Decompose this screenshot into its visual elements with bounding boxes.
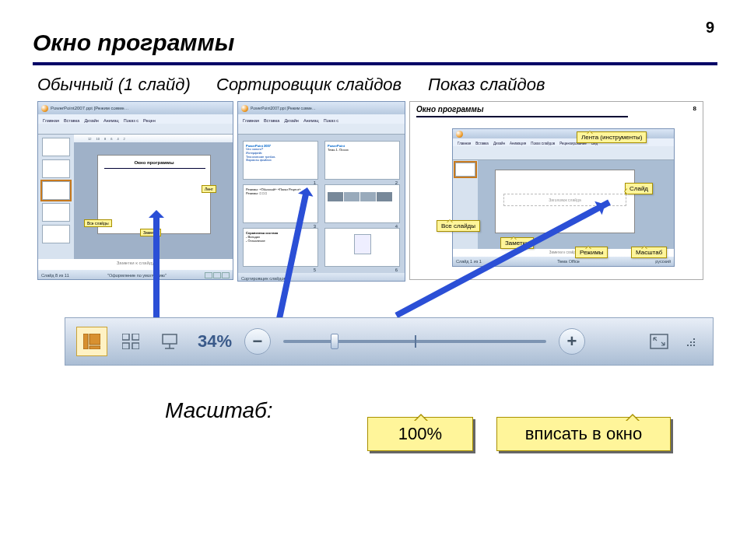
tab: Дизайн	[492, 141, 507, 146]
callout-allslides: Все слайды	[84, 219, 112, 227]
svg-rect-6	[132, 343, 139, 349]
inner-title: Окно программы	[416, 105, 483, 114]
tab: Дизайн	[282, 117, 300, 124]
line: Тема 1. Основ	[328, 148, 397, 152]
tick: 6	[110, 137, 112, 141]
tick: 10	[96, 137, 99, 141]
tick: 2	[124, 137, 125, 141]
sorter-slide: Справочная система - Вкладки - Оглавлени…	[243, 228, 318, 267]
tab: Главная	[41, 117, 61, 124]
tab: Главная	[456, 141, 472, 146]
status-bar: Сортировщик слайдов	[238, 273, 405, 282]
tab: Вставка	[62, 117, 81, 124]
inner-rule	[416, 116, 628, 117]
tab: Рецен	[142, 117, 157, 124]
tick: 12	[88, 137, 91, 141]
zoom-slider[interactable]	[283, 340, 546, 343]
fit-icon	[650, 334, 668, 349]
status-left: Сортировщик слайдов	[241, 276, 286, 281]
sorter-grid: PowerPoint 2007 Что нового? Интерфейс Те…	[238, 135, 405, 273]
label-slideshow: Показ слайдов	[428, 75, 545, 95]
slide-area: Заголовок слайда	[478, 160, 674, 249]
office-button-icon	[41, 105, 48, 112]
label-normal-view: Обычный (1 слайд)	[37, 75, 191, 95]
tab: Вставка	[474, 141, 490, 146]
sorter-slide: PowerPoint Тема 1. Основ 2	[324, 141, 400, 180]
view-slideshow-button[interactable]	[154, 327, 185, 356]
thumb	[42, 225, 70, 243]
svg-rect-14	[687, 345, 689, 346]
view-normal-button[interactable]	[76, 327, 107, 356]
zoom-slider-knob[interactable]	[331, 334, 338, 349]
fit-to-window-button[interactable]	[647, 330, 671, 353]
titlebar-caption: PowerPoint2007.ppt [Режим совме…	[251, 106, 316, 110]
zoom-percent[interactable]: 34%	[198, 331, 232, 352]
screenshot-slideshow: 8 Окно программы Главная Вставка Дизайн …	[409, 101, 703, 280]
zoom-in-button[interactable]: +	[559, 328, 585, 355]
svg-rect-0	[83, 334, 88, 349]
sorter-slide: 4	[324, 184, 400, 223]
tab: Анимация	[508, 141, 528, 146]
svg-rect-1	[89, 334, 100, 345]
tab: Вставка	[262, 117, 281, 124]
titlebar-caption: PowerPoint2007.ppt [Режим совме…	[51, 106, 129, 110]
status-left: Слайд 8 из 11	[41, 273, 69, 278]
callout-zoom-100: 100%	[367, 417, 473, 451]
svg-rect-12	[690, 341, 692, 343]
office-button-icon	[456, 131, 463, 138]
tab: Показ с	[122, 117, 140, 124]
titlebar: PowerPoint2007.ppt [Режим совме…	[238, 102, 405, 114]
office-button-icon	[241, 105, 248, 112]
sorter-view-icon	[122, 334, 139, 349]
ribbon	[38, 124, 233, 135]
inner-page-number: 8	[693, 105, 696, 112]
tick: 8	[104, 137, 106, 141]
zoom-out-button[interactable]: −	[244, 328, 271, 355]
status-lang: русский	[655, 259, 671, 264]
page-title: Окно программы	[33, 30, 234, 56]
svg-rect-10	[651, 334, 668, 348]
status-left: Слайд 1 из 1	[456, 259, 482, 264]
sorter-slide: PowerPoint 2007 Что нового? Интерфейс Те…	[243, 141, 318, 180]
screenshot-sorter-view: PowerPoint2007.ppt [Режим совме… Главная…	[237, 101, 405, 282]
ribbon	[453, 146, 674, 160]
screenshot-normal-view: PowerPoint2007.ppt [Режим совме… Главная…	[37, 101, 233, 280]
scale-label: Масштаб:	[165, 398, 273, 423]
zoom-bar: 34% − +	[65, 317, 714, 366]
titlebar: PowerPoint2007.ppt [Режим совме…	[38, 102, 233, 114]
callout-slide: Слайд	[625, 183, 653, 194]
resize-grip-icon	[679, 330, 702, 353]
svg-rect-11	[693, 338, 695, 340]
thumb	[42, 203, 70, 222]
callout-zoom: Масштаб	[631, 247, 667, 258]
view-sorter-button[interactable]	[115, 327, 146, 356]
svg-rect-4	[132, 334, 139, 340]
thumbnail-panel	[453, 160, 478, 249]
tab: Дизайн	[82, 117, 100, 124]
svg-rect-5	[122, 343, 129, 349]
svg-rect-2	[89, 346, 100, 349]
page-number: 9	[706, 19, 714, 37]
view-buttons	[205, 272, 230, 278]
slideshow-icon	[161, 333, 178, 350]
sorter-slide: 6	[324, 228, 400, 267]
line: - Оглавление	[246, 239, 315, 243]
tick: 4	[117, 137, 118, 141]
callout-fit-window: вписать в окно	[496, 417, 671, 451]
mini-slide-title: Окно программы	[98, 160, 210, 165]
status-bar: Слайд 8 из 11 "Оформление по умолчанию"	[38, 270, 233, 280]
tab: Показ слайдов	[529, 141, 556, 146]
tab: Анимац	[302, 117, 321, 124]
svg-rect-15	[690, 345, 692, 346]
normal-view-icon	[83, 334, 100, 349]
ribbon	[238, 124, 405, 135]
svg-rect-7	[163, 334, 177, 344]
mini-rule	[104, 168, 205, 169]
svg-rect-3	[122, 334, 129, 340]
callout-ribbon: Лента (инструменты)	[577, 131, 647, 143]
callout-modes: Режимы	[575, 247, 608, 258]
tab: Показ с	[322, 117, 340, 124]
thumb-selected	[455, 163, 475, 177]
svg-rect-16	[693, 345, 695, 346]
tab: Анимац	[102, 117, 121, 124]
